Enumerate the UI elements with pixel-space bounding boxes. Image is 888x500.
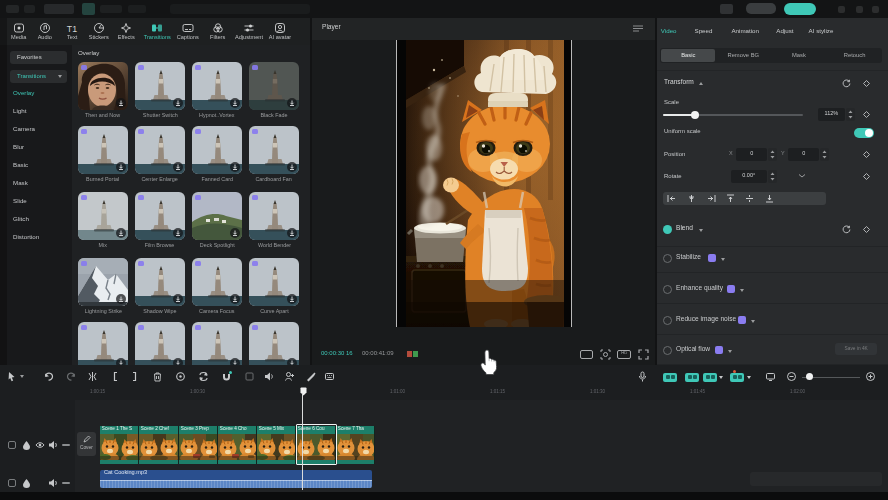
svg-text:T1: T1 xyxy=(67,24,77,34)
